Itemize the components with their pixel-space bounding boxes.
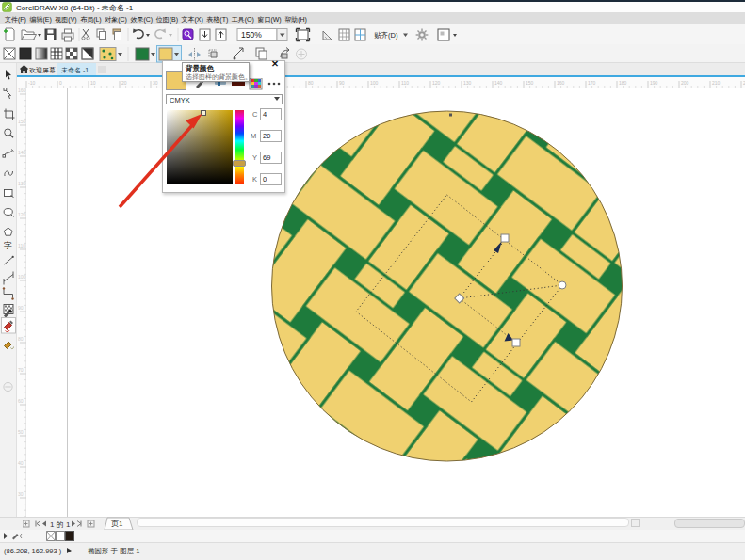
svg-text:150%: 150% (241, 30, 262, 40)
svg-text:160: 160 (18, 88, 26, 93)
svg-text:30: 30 (18, 491, 24, 497)
svg-text:100: 100 (18, 274, 26, 280)
svg-text:110: 110 (18, 243, 25, 248)
svg-text:40: 40 (18, 460, 24, 466)
svg-text:70: 70 (18, 367, 24, 373)
svg-text:贴齐(D): 贴齐(D) (374, 31, 398, 40)
svg-text:190: 190 (650, 80, 658, 86)
svg-text:150: 150 (18, 119, 26, 124)
svg-text:200: 200 (681, 80, 689, 86)
svg-text:140: 140 (18, 150, 26, 155)
svg-text:字: 字 (4, 241, 12, 250)
svg-text:180: 180 (619, 80, 627, 86)
svg-text:100: 100 (370, 80, 379, 86)
svg-text:60: 60 (18, 398, 24, 404)
svg-text:80: 80 (18, 336, 24, 342)
svg-text:10: 10 (90, 80, 96, 86)
svg-text:50: 50 (18, 429, 24, 435)
svg-text:20: 20 (121, 80, 127, 86)
svg-text:140: 140 (494, 80, 503, 86)
svg-text:-10: -10 (28, 80, 35, 86)
svg-text:30: 30 (153, 80, 158, 86)
svg-text:130: 130 (463, 80, 472, 86)
svg-text:120: 120 (18, 212, 26, 217)
svg-text:160: 160 (557, 80, 565, 86)
svg-text:130: 130 (18, 181, 26, 186)
svg-text:110: 110 (401, 80, 409, 86)
svg-text:120: 120 (432, 80, 441, 86)
svg-text:170: 170 (588, 80, 596, 86)
svg-text:0: 0 (59, 80, 62, 86)
svg-text:210: 210 (712, 80, 721, 86)
svg-text:80: 80 (308, 80, 314, 86)
svg-text:90: 90 (18, 305, 24, 311)
svg-text:90: 90 (339, 80, 345, 86)
svg-text:1 的 1: 1 的 1 (50, 520, 71, 529)
svg-text:150: 150 (526, 80, 534, 86)
